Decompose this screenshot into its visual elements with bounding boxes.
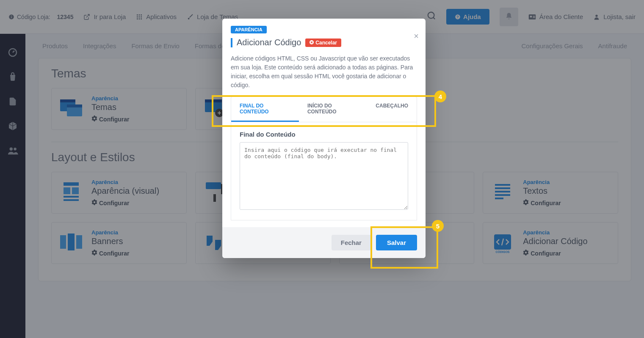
modal-description: Adicione códigos HTML, CSS ou Javascript… [231,54,417,90]
modal-badge: APARÊNCIA [231,26,267,33]
close-icon[interactable]: × [414,31,419,41]
cancel-x-icon [310,40,314,46]
callout-box-4 [212,95,436,127]
panel-label: Final do Conteúdo [240,131,408,138]
add-code-modal: × APARÊNCIA Adicionar Código Cancelar Ad… [222,19,426,258]
title-accent-bar [231,38,232,47]
callout-badge-5: 5 [432,220,444,232]
code-textarea[interactable] [240,142,408,210]
modal-panel: Final do Conteúdo [231,122,417,220]
cancel-button[interactable]: Cancelar [305,38,341,47]
callout-badge-4: 4 [434,91,446,102]
modal-title: Adicionar Código [237,38,301,47]
modal-close-button[interactable]: Fechar [332,235,371,250]
callout-box-5 [370,226,438,269]
